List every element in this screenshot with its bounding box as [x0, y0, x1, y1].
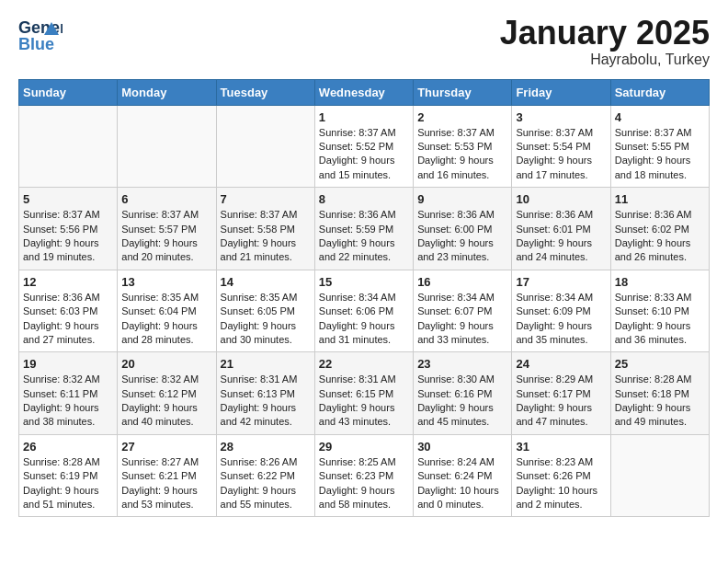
cell-info: Sunrise: 8:29 AM Sunset: 6:17 PM Dayligh… — [516, 373, 606, 430]
cell-info: Sunrise: 8:36 AM Sunset: 6:02 PM Dayligh… — [615, 208, 705, 265]
calendar-cell: 22Sunrise: 8:31 AM Sunset: 6:15 PM Dayli… — [314, 352, 413, 435]
cell-info: Sunrise: 8:28 AM Sunset: 6:19 PM Dayligh… — [23, 455, 113, 512]
cell-info: Sunrise: 8:25 AM Sunset: 6:23 PM Dayligh… — [319, 455, 409, 512]
day-number: 6 — [121, 192, 211, 206]
day-number: 29 — [319, 440, 409, 454]
cell-info: Sunrise: 8:37 AM Sunset: 5:58 PM Dayligh… — [221, 208, 311, 265]
svg-text:Blue: Blue — [18, 35, 54, 53]
day-number: 7 — [221, 192, 311, 206]
weekday-header-friday: Friday — [512, 79, 610, 105]
day-number: 17 — [516, 275, 606, 289]
day-number: 2 — [417, 110, 507, 124]
day-number: 5 — [23, 192, 113, 206]
cell-info: Sunrise: 8:31 AM Sunset: 6:13 PM Dayligh… — [221, 373, 311, 430]
calendar-cell: 4Sunrise: 8:37 AM Sunset: 5:55 PM Daylig… — [610, 105, 709, 188]
day-number: 9 — [417, 192, 507, 206]
day-number: 22 — [319, 357, 409, 371]
calendar-cell: 29Sunrise: 8:25 AM Sunset: 6:23 PM Dayli… — [314, 434, 413, 517]
calendar-cell — [610, 434, 709, 517]
calendar-cell: 1Sunrise: 8:37 AM Sunset: 5:52 PM Daylig… — [314, 105, 413, 188]
cell-info: Sunrise: 8:31 AM Sunset: 6:15 PM Dayligh… — [319, 373, 409, 430]
day-number: 1 — [319, 110, 409, 124]
calendar-cell: 8Sunrise: 8:36 AM Sunset: 5:59 PM Daylig… — [314, 188, 413, 270]
header: General Blue January 2025 Hayrabolu, Tur… — [18, 15, 710, 68]
weekday-header-tuesday: Tuesday — [216, 79, 314, 105]
page: General Blue January 2025 Hayrabolu, Tur… — [0, 0, 728, 535]
calendar-cell: 6Sunrise: 8:37 AM Sunset: 5:57 PM Daylig… — [118, 188, 216, 270]
cell-info: Sunrise: 8:26 AM Sunset: 6:22 PM Dayligh… — [221, 455, 311, 512]
calendar-cell: 14Sunrise: 8:35 AM Sunset: 6:05 PM Dayli… — [216, 270, 314, 352]
cell-info: Sunrise: 8:37 AM Sunset: 5:52 PM Dayligh… — [319, 126, 409, 183]
day-number: 30 — [417, 440, 507, 454]
cell-info: Sunrise: 8:37 AM Sunset: 5:57 PM Dayligh… — [121, 208, 211, 265]
cell-info: Sunrise: 8:27 AM Sunset: 6:21 PM Dayligh… — [121, 455, 211, 512]
calendar-cell: 23Sunrise: 8:30 AM Sunset: 6:16 PM Dayli… — [414, 352, 512, 435]
calendar-cell: 19Sunrise: 8:32 AM Sunset: 6:11 PM Dayli… — [19, 352, 118, 435]
cell-info: Sunrise: 8:35 AM Sunset: 6:04 PM Dayligh… — [121, 291, 211, 348]
calendar-cell: 5Sunrise: 8:37 AM Sunset: 5:56 PM Daylig… — [19, 188, 118, 270]
cell-info: Sunrise: 8:28 AM Sunset: 6:18 PM Dayligh… — [615, 373, 705, 430]
cell-info: Sunrise: 8:37 AM Sunset: 5:53 PM Dayligh… — [417, 126, 507, 183]
weekday-header-saturday: Saturday — [610, 79, 709, 105]
calendar-cell: 9Sunrise: 8:36 AM Sunset: 6:00 PM Daylig… — [414, 188, 512, 270]
calendar-cell: 12Sunrise: 8:36 AM Sunset: 6:03 PM Dayli… — [19, 270, 118, 352]
location: Hayrabolu, Turkey — [500, 52, 710, 68]
day-number: 24 — [516, 357, 606, 371]
calendar-table: SundayMondayTuesdayWednesdayThursdayFrid… — [18, 79, 710, 518]
week-row-3: 12Sunrise: 8:36 AM Sunset: 6:03 PM Dayli… — [19, 270, 710, 352]
day-number: 14 — [221, 275, 311, 289]
calendar-cell: 13Sunrise: 8:35 AM Sunset: 6:04 PM Dayli… — [118, 270, 216, 352]
week-row-1: 1Sunrise: 8:37 AM Sunset: 5:52 PM Daylig… — [19, 105, 710, 188]
calendar-cell: 20Sunrise: 8:32 AM Sunset: 6:12 PM Dayli… — [118, 352, 216, 435]
calendar-cell — [118, 105, 216, 188]
weekday-header-wednesday: Wednesday — [314, 79, 413, 105]
calendar-cell: 25Sunrise: 8:28 AM Sunset: 6:18 PM Dayli… — [610, 352, 709, 435]
day-number: 15 — [319, 275, 409, 289]
day-number: 27 — [121, 440, 211, 454]
calendar-cell: 7Sunrise: 8:37 AM Sunset: 5:58 PM Daylig… — [216, 188, 314, 270]
cell-info: Sunrise: 8:23 AM Sunset: 6:26 PM Dayligh… — [516, 455, 606, 512]
day-number: 11 — [615, 192, 705, 206]
cell-info: Sunrise: 8:34 AM Sunset: 6:07 PM Dayligh… — [417, 291, 507, 348]
day-number: 4 — [615, 110, 705, 124]
logo-icon: General Blue — [18, 15, 63, 53]
day-number: 13 — [121, 275, 211, 289]
cell-info: Sunrise: 8:32 AM Sunset: 6:11 PM Dayligh… — [23, 373, 113, 430]
week-row-4: 19Sunrise: 8:32 AM Sunset: 6:11 PM Dayli… — [19, 352, 710, 435]
cell-info: Sunrise: 8:37 AM Sunset: 5:56 PM Dayligh… — [23, 208, 113, 265]
cell-info: Sunrise: 8:37 AM Sunset: 5:55 PM Dayligh… — [615, 126, 705, 183]
day-number: 12 — [23, 275, 113, 289]
day-number: 28 — [221, 440, 311, 454]
calendar-cell: 15Sunrise: 8:34 AM Sunset: 6:06 PM Dayli… — [314, 270, 413, 352]
weekday-header-thursday: Thursday — [414, 79, 512, 105]
cell-info: Sunrise: 8:24 AM Sunset: 6:24 PM Dayligh… — [417, 455, 507, 512]
title-block: January 2025 Hayrabolu, Turkey — [500, 15, 710, 68]
day-number: 19 — [23, 357, 113, 371]
calendar-cell: 31Sunrise: 8:23 AM Sunset: 6:26 PM Dayli… — [512, 434, 610, 517]
calendar-cell: 27Sunrise: 8:27 AM Sunset: 6:21 PM Dayli… — [118, 434, 216, 517]
day-number: 18 — [615, 275, 705, 289]
cell-info: Sunrise: 8:34 AM Sunset: 6:09 PM Dayligh… — [516, 291, 606, 348]
cell-info: Sunrise: 8:37 AM Sunset: 5:54 PM Dayligh… — [516, 126, 606, 183]
cell-info: Sunrise: 8:35 AM Sunset: 6:05 PM Dayligh… — [221, 291, 311, 348]
day-number: 3 — [516, 110, 606, 124]
day-number: 10 — [516, 192, 606, 206]
calendar-cell: 11Sunrise: 8:36 AM Sunset: 6:02 PM Dayli… — [610, 188, 709, 270]
cell-info: Sunrise: 8:36 AM Sunset: 6:00 PM Dayligh… — [417, 208, 507, 265]
weekday-header-row: SundayMondayTuesdayWednesdayThursdayFrid… — [19, 79, 710, 105]
calendar-cell: 17Sunrise: 8:34 AM Sunset: 6:09 PM Dayli… — [512, 270, 610, 352]
calendar-cell: 28Sunrise: 8:26 AM Sunset: 6:22 PM Dayli… — [216, 434, 314, 517]
day-number: 8 — [319, 192, 409, 206]
weekday-header-sunday: Sunday — [19, 79, 118, 105]
cell-info: Sunrise: 8:30 AM Sunset: 6:16 PM Dayligh… — [417, 373, 507, 430]
calendar-cell: 16Sunrise: 8:34 AM Sunset: 6:07 PM Dayli… — [414, 270, 512, 352]
day-number: 21 — [221, 357, 311, 371]
day-number: 26 — [23, 440, 113, 454]
calendar-cell — [216, 105, 314, 188]
day-number: 16 — [417, 275, 507, 289]
cell-info: Sunrise: 8:33 AM Sunset: 6:10 PM Dayligh… — [615, 291, 705, 348]
calendar-cell: 30Sunrise: 8:24 AM Sunset: 6:24 PM Dayli… — [414, 434, 512, 517]
calendar-cell: 26Sunrise: 8:28 AM Sunset: 6:19 PM Dayli… — [19, 434, 118, 517]
week-row-2: 5Sunrise: 8:37 AM Sunset: 5:56 PM Daylig… — [19, 188, 710, 270]
calendar-cell: 24Sunrise: 8:29 AM Sunset: 6:17 PM Dayli… — [512, 352, 610, 435]
